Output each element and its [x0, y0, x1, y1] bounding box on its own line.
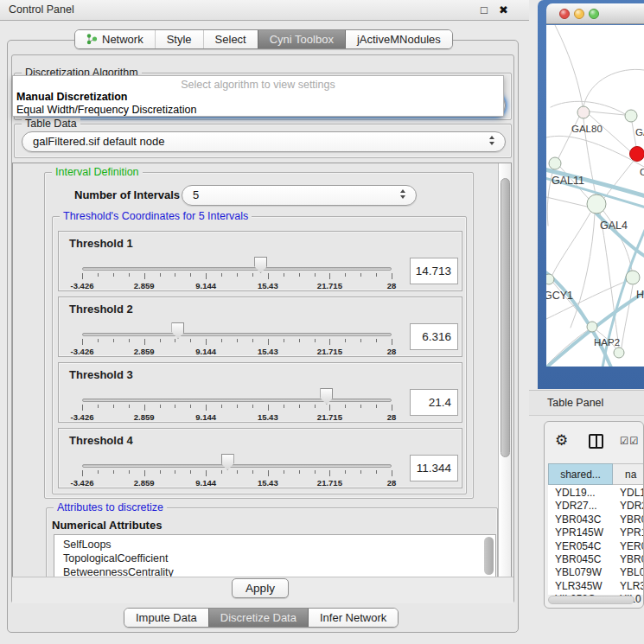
- tab-select[interactable]: Select: [203, 30, 258, 48]
- threshold-value-field[interactable]: 21.4: [410, 389, 458, 416]
- slider-tick: [284, 405, 284, 408]
- apply-button[interactable]: Apply: [232, 578, 289, 598]
- attribute-list-item[interactable]: BetweennessCentrality: [54, 565, 495, 577]
- tab-network[interactable]: Network: [75, 30, 155, 48]
- slider-tick: [392, 405, 392, 411]
- threshold-value-field[interactable]: 6.316: [410, 323, 458, 350]
- dropdown-option[interactable]: Equal Width/Frequency Discretization: [16, 104, 196, 116]
- slider-tick: [284, 339, 284, 342]
- threshold-label: Threshold 1: [69, 237, 133, 250]
- tab-label: Cyni Toolbox: [270, 33, 334, 46]
- tab-infer-network[interactable]: Infer Network: [308, 609, 398, 627]
- numerical-attributes-list[interactable]: SelfLoopsTopologicalCoefficientBetweenne…: [54, 534, 496, 577]
- close-traffic-light-icon[interactable]: [559, 9, 570, 19]
- threshold-label: Threshold 2: [69, 303, 133, 316]
- tab-impute-data[interactable]: Impute Data: [124, 609, 208, 627]
- tab-style[interactable]: Style: [155, 30, 203, 48]
- slider-track[interactable]: [82, 399, 392, 402]
- attribute-list-item[interactable]: TopologicalCoefficient: [54, 552, 495, 565]
- network-node-label: GCY1: [546, 290, 573, 302]
- network-node[interactable]: [626, 271, 640, 284]
- slider-tick: [206, 339, 207, 345]
- table-cell: YLR345W: [555, 580, 603, 593]
- table-hscrollbar[interactable]: [546, 595, 640, 605]
- slider-tick: [129, 339, 130, 342]
- network-window-titlebar[interactable]: [546, 3, 644, 24]
- dropdown-option[interactable]: Manual Discretization: [16, 91, 128, 103]
- network-node-label: H: [636, 289, 644, 301]
- table-row[interactable]: YDR27...YDR2: [548, 500, 644, 513]
- tab-jactivemnodules[interactable]: jActiveMNodules: [345, 30, 452, 48]
- network-node[interactable]: [577, 106, 590, 118]
- slider-tick-label: 15.43: [258, 281, 278, 290]
- table-row[interactable]: YBR043CYBR0: [548, 513, 644, 526]
- slider-tick: [221, 470, 222, 474]
- network-node[interactable]: [614, 348, 624, 358]
- network-canvas[interactable]: GAL80GACGAL11GAL4GCY1HHAP2: [546, 25, 644, 367]
- network-node[interactable]: [587, 322, 597, 332]
- table-row[interactable]: YLR345WYLR3: [548, 580, 644, 593]
- slider-tick: [376, 339, 377, 342]
- dropdown-prompt: Select algorithm to view settings: [13, 79, 503, 91]
- table-cell: YDL19...: [555, 487, 596, 500]
- slider-tick: [360, 470, 361, 474]
- slider-tick: [160, 273, 161, 277]
- slider-track[interactable]: [82, 267, 392, 271]
- slider-tick: [129, 405, 130, 408]
- table-row[interactable]: YBR045CYBR0: [548, 553, 644, 566]
- close-window-icon[interactable]: ✖: [499, 3, 508, 17]
- number-of-intervals-spinner[interactable]: 5: [182, 185, 417, 206]
- slider-tick: [284, 470, 284, 474]
- table-row[interactable]: YER054CYER0: [548, 540, 644, 553]
- table-cell: YBR045C: [555, 553, 601, 566]
- threshold-label: Threshold 3: [69, 368, 133, 381]
- table-column-header[interactable]: shared...: [548, 463, 613, 485]
- slider-tick: [315, 339, 316, 342]
- threshold-value-field[interactable]: 14.713: [410, 258, 458, 284]
- tab-discretize-data[interactable]: Discretize Data: [208, 609, 308, 627]
- slider-tick-label: 21.715: [317, 412, 342, 422]
- network-node[interactable]: [630, 147, 644, 162]
- network-node-label: GAL80: [571, 124, 603, 134]
- slider-handle[interactable]: [254, 257, 267, 273]
- slider-track[interactable]: [82, 464, 392, 468]
- threshold-value-field[interactable]: 11.344: [410, 455, 458, 481]
- float-window-icon[interactable]: □: [481, 3, 488, 17]
- checkbox-icons[interactable]: ☑☑: [620, 435, 640, 447]
- settings-pane-scrollbar[interactable]: [498, 163, 511, 577]
- attribute-list-item[interactable]: SelfLoops: [54, 538, 495, 552]
- split-columns-icon[interactable]: [589, 434, 603, 449]
- table-cell: YBR043C: [555, 513, 601, 526]
- table-data-combobox[interactable]: galFiltered.sif default node: [22, 131, 506, 152]
- slider-tick: [345, 339, 346, 342]
- slider-tick: [144, 339, 145, 345]
- table-data-group-title: Table Data: [22, 118, 80, 131]
- network-node[interactable]: [625, 110, 637, 122]
- slider-tick: [345, 273, 346, 277]
- zoom-traffic-light-icon[interactable]: [589, 9, 599, 19]
- slider-tick: [237, 405, 238, 408]
- slider-tick: [221, 339, 222, 342]
- node-table[interactable]: shared...naYDL19...YDL1YDR27...YDR2YBR04…: [548, 463, 644, 595]
- table-row[interactable]: YDL19...YDL1: [548, 487, 644, 500]
- minimize-traffic-light-icon[interactable]: [574, 9, 584, 19]
- slider-tick-label: 9.144: [195, 412, 216, 422]
- network-node[interactable]: [587, 194, 606, 214]
- gear-icon[interactable]: ⚙: [555, 432, 568, 450]
- network-node[interactable]: [549, 157, 561, 169]
- slider-handle[interactable]: [320, 388, 333, 405]
- tab-cyni-toolbox[interactable]: Cyni Toolbox: [258, 30, 345, 48]
- table-column-header[interactable]: na: [613, 463, 644, 485]
- algorithm-dropdown-popup: Select algorithm to view settings Manual…: [12, 75, 504, 117]
- slider-handle[interactable]: [171, 322, 184, 339]
- slider-tick: [392, 470, 392, 476]
- control-panel-tabbar: NetworkStyleSelectCyni ToolboxjActiveMNo…: [74, 29, 453, 49]
- network-node[interactable]: [546, 274, 554, 284]
- table-row[interactable]: YBL079WYBL0: [548, 566, 644, 579]
- slider-handle[interactable]: [221, 454, 234, 470]
- slider-track[interactable]: [82, 333, 392, 336]
- network-view-window[interactable]: GAL80GACGAL11GAL4GCY1HHAP2: [538, 0, 644, 389]
- slider-tick: [98, 273, 99, 277]
- attributes-list-scrollbar[interactable]: [484, 537, 494, 577]
- table-row[interactable]: YPR145WYPR1: [548, 526, 644, 539]
